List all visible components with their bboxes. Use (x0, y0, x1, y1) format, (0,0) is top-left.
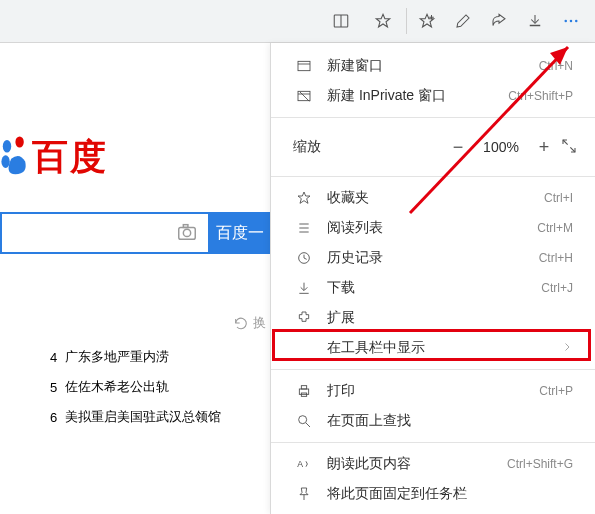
window-icon (293, 58, 315, 74)
menu-separator (271, 176, 595, 177)
list-icon (293, 220, 315, 236)
svg-rect-30 (301, 386, 306, 389)
trend-title: 广东多地严重内涝 (65, 348, 169, 366)
svg-line-19 (300, 92, 309, 101)
menu-history[interactable]: 历史记录 Ctrl+H (271, 243, 595, 273)
menu-shortcut: Ctrl+N (539, 59, 573, 73)
svg-rect-15 (298, 61, 310, 70)
star-icon (293, 190, 315, 206)
trend-rank: 6 (50, 410, 57, 425)
menu-label: 新建 InPrivate 窗口 (327, 87, 508, 105)
search-row: 百度一 (0, 212, 270, 254)
page-content: 百度 百度一 换 4 广东多地严重内涝 5 佐佐木希老公出轨 (0, 43, 270, 514)
menu-label: 阅读列表 (327, 219, 537, 237)
menu-separator (271, 369, 595, 370)
menu-label: 将此页面固定到任务栏 (327, 485, 573, 503)
menu-pin-taskbar[interactable]: 将此页面固定到任务栏 (271, 479, 595, 509)
refresh-trends[interactable]: 换 (0, 314, 270, 332)
menu-shortcut: Ctrl+I (544, 191, 573, 205)
svg-point-10 (15, 136, 23, 147)
toolbar-left-group (0, 0, 404, 42)
zoom-in-button[interactable]: + (527, 137, 561, 158)
menu-find[interactable]: 在页面上查找 (271, 406, 595, 436)
menu-reading-list[interactable]: 阅读列表 Ctrl+M (271, 213, 595, 243)
menu-read-aloud[interactable]: A 朗读此页内容 Ctrl+Shift+G (271, 449, 595, 479)
more-icon[interactable] (553, 0, 589, 42)
trend-rank: 4 (50, 350, 57, 365)
menu-separator (271, 442, 595, 443)
menu-shortcut: Ctrl+Shift+G (507, 457, 573, 471)
svg-point-6 (564, 20, 567, 23)
menu-print[interactable]: 打印 Ctrl+P (271, 376, 595, 406)
menu-label: 扩展 (327, 309, 573, 327)
share-icon[interactable] (481, 0, 517, 42)
browser-toolbar (0, 0, 595, 43)
baidu-logo[interactable]: 百度 (0, 133, 270, 182)
puzzle-icon (293, 310, 315, 326)
search-icon (293, 413, 315, 429)
read-aloud-icon: A (293, 456, 315, 472)
download-icon[interactable] (517, 0, 553, 42)
zoom-out-button[interactable]: − (441, 137, 475, 158)
menu-separator (271, 117, 595, 118)
history-icon (293, 250, 315, 266)
menu-shortcut: Ctrl+H (539, 251, 573, 265)
viewport: 百度 百度一 换 4 广东多地严重内涝 5 佐佐木希老公出轨 (0, 0, 595, 514)
reading-view-icon[interactable] (320, 0, 362, 42)
star-outline-icon[interactable] (362, 0, 404, 42)
inprivate-icon (293, 88, 315, 104)
menu-shortcut: Ctrl+Shift+P (508, 89, 573, 103)
menu-new-inprivate[interactable]: 新建 InPrivate 窗口 Ctrl+Shift+P (271, 81, 595, 111)
svg-rect-29 (299, 389, 308, 394)
menu-more-tools[interactable]: 更多工具 (271, 509, 595, 514)
star-plus-icon[interactable] (409, 0, 445, 42)
trend-title: 佐佐木希老公出轨 (65, 378, 169, 396)
search-button[interactable]: 百度一 (210, 212, 270, 254)
menu-shortcut: Ctrl+M (537, 221, 573, 235)
svg-marker-22 (298, 192, 310, 203)
trend-title: 美拟重启美国驻武汉总领馆 (65, 408, 221, 426)
menu-label: 在页面上查找 (327, 412, 573, 430)
menu-label: 在工具栏中显示 (327, 339, 561, 357)
menu-downloads[interactable]: 下载 Ctrl+J (271, 273, 595, 303)
menu-show-in-toolbar[interactable]: 在工具栏中显示 (271, 333, 595, 363)
menu-label: 朗读此页内容 (327, 455, 507, 473)
download-icon (293, 280, 315, 296)
menu-favorites[interactable]: 收藏夹 Ctrl+I (271, 183, 595, 213)
zoom-label: 缩放 (293, 138, 347, 156)
menu-label: 下载 (327, 279, 541, 297)
svg-point-13 (183, 229, 190, 236)
pen-icon[interactable] (445, 0, 481, 42)
settings-menu: 新建窗口 Ctrl+N 新建 InPrivate 窗口 Ctrl+Shift+P… (270, 43, 595, 514)
svg-point-8 (575, 20, 578, 23)
list-item[interactable]: 5 佐佐木希老公出轨 (42, 372, 270, 402)
list-item[interactable]: 6 美拟重启美国驻武汉总领馆 (42, 402, 270, 432)
svg-line-20 (563, 140, 568, 145)
menu-label: 收藏夹 (327, 189, 544, 207)
zoom-value: 100% (475, 139, 527, 155)
trend-list: 4 广东多地严重内涝 5 佐佐木希老公出轨 6 美拟重启美国驻武汉总领馆 (0, 332, 270, 432)
printer-icon (293, 383, 315, 399)
refresh-label: 换 (253, 314, 266, 332)
baidu-paw-icon (0, 133, 28, 182)
search-input[interactable] (0, 212, 210, 254)
svg-point-7 (570, 20, 573, 23)
menu-shortcut: Ctrl+P (539, 384, 573, 398)
camera-icon[interactable] (176, 221, 198, 246)
svg-text:A: A (297, 459, 303, 469)
menu-label: 新建窗口 (327, 57, 539, 75)
menu-shortcut: Ctrl+J (541, 281, 573, 295)
svg-point-32 (299, 416, 307, 424)
list-item[interactable]: 4 广东多地严重内涝 (42, 342, 270, 372)
menu-zoom: 缩放 − 100% + (271, 124, 595, 170)
menu-label: 打印 (327, 382, 539, 400)
svg-point-11 (1, 155, 9, 168)
menu-new-window[interactable]: 新建窗口 Ctrl+N (271, 51, 595, 81)
toolbar-separator (406, 8, 407, 34)
svg-point-9 (3, 140, 11, 153)
chevron-right-icon (561, 341, 573, 356)
menu-extensions[interactable]: 扩展 (271, 303, 595, 333)
svg-line-33 (306, 423, 310, 427)
svg-rect-14 (183, 224, 188, 227)
fullscreen-button[interactable] (561, 138, 577, 157)
